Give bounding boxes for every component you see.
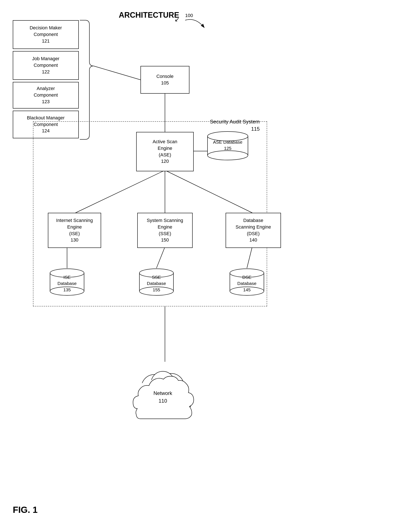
ase-db-label: ASE Database125 — [206, 139, 249, 152]
fig-label: FIG. 1 — [13, 505, 38, 515]
ise-db-label: ISEDatabase135 — [49, 274, 85, 293]
dse-db-label: DSEDatabase145 — [229, 274, 265, 293]
security-audit-label: Security Audit System115 — [185, 118, 260, 132]
diagram-container: ARCHITECTURE 100 ↙ Decision MakerCompone… — [0, 0, 408, 532]
sse-database-cylinder: SSEDatabase155 — [138, 268, 175, 297]
svg-line-1 — [94, 66, 140, 80]
network-cloud: Network110 — [119, 362, 206, 421]
decision-maker-label: Decision MakerComponent121 — [30, 25, 62, 44]
sse-box: System ScanningEngine(SSE)150 — [137, 213, 193, 248]
network-label: Network110 — [119, 389, 206, 405]
job-manager-box: Job ManagerComponent122 — [13, 51, 79, 80]
dse-box: DatabaseScanning Engine(DSE)140 — [226, 213, 281, 248]
console-label: Console105 — [156, 73, 174, 86]
ise-box: Internet ScanningEngine(ISE)130 — [48, 213, 101, 248]
analyzer-box: AnalyzerComponent123 — [13, 82, 79, 109]
ref-100-arrow: ↙ — [175, 16, 179, 23]
ref-100: 100 — [185, 13, 193, 18]
ase-database-cylinder: ASE Database125 — [206, 131, 249, 162]
sse-label: System ScanningEngine(SSE)150 — [147, 217, 183, 244]
sse-db-label: SSEDatabase155 — [138, 274, 175, 293]
console-box: Console105 — [140, 66, 189, 94]
decision-maker-box: Decision MakerComponent121 — [13, 20, 79, 49]
dse-database-cylinder: DSEDatabase145 — [229, 268, 265, 297]
ase-box: Active ScanEngine(ASE)120 — [136, 132, 194, 171]
ise-database-cylinder: ISEDatabase135 — [49, 268, 85, 297]
ise-label: Internet ScanningEngine(ISE)130 — [56, 217, 93, 244]
svg-point-16 — [207, 151, 248, 160]
analyzer-label: AnalyzerComponent123 — [34, 85, 58, 105]
ase-label: Active ScanEngine(ASE)120 — [153, 139, 177, 165]
dse-label: DatabaseScanning Engine(DSE)140 — [236, 217, 271, 244]
job-manager-label: Job ManagerComponent122 — [32, 56, 60, 75]
